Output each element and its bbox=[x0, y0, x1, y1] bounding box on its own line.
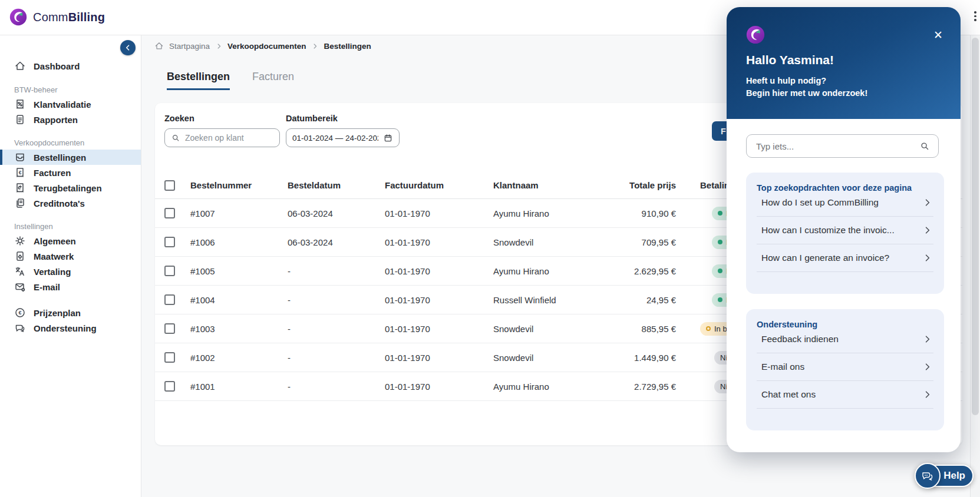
row-checkbox[interactable] bbox=[164, 294, 175, 305]
help-link-email-us[interactable]: E-mail ons bbox=[757, 353, 933, 381]
help-link-setup[interactable]: How do I set up CommBilling bbox=[757, 189, 933, 217]
invoice-date: 01-01-1970 bbox=[385, 382, 493, 392]
sidebar-item-maatwerk[interactable]: Maatwerk bbox=[0, 248, 141, 264]
paid-dot-icon bbox=[718, 297, 722, 302]
sidebar: Dashboard BTW-beheer Klantvalidatie Rapp… bbox=[0, 35, 141, 497]
kebab-menu-icon[interactable] bbox=[971, 11, 979, 25]
order-date: - bbox=[288, 382, 385, 392]
commbilling-logo-icon bbox=[9, 8, 27, 26]
search-filter-label: Zoeken bbox=[164, 114, 194, 123]
processing-ring-icon bbox=[706, 326, 711, 331]
order-date: 06-03-2024 bbox=[288, 237, 385, 247]
customer-search-field[interactable] bbox=[185, 133, 273, 143]
row-checkbox[interactable] bbox=[164, 352, 175, 363]
date-range-input[interactable]: 01-01-2024 — 24-02-202 bbox=[286, 128, 400, 147]
sidebar-item-rapporten[interactable]: Rapporten bbox=[0, 112, 141, 127]
chevron-right-icon bbox=[922, 333, 933, 345]
total-price: 2.629,95 € bbox=[605, 266, 676, 276]
customer-name: Snowdevil bbox=[493, 353, 605, 363]
column-header-besteldatum[interactable]: Besteldatum bbox=[288, 180, 385, 190]
chevron-right-icon bbox=[312, 42, 319, 49]
page-tabs: Bestellingen Facturen bbox=[167, 71, 294, 90]
order-number: #1004 bbox=[190, 295, 288, 305]
support-title: Ondersteuning bbox=[757, 309, 933, 326]
close-icon[interactable]: ✕ bbox=[933, 29, 943, 41]
sidebar-item-terugbetalingen[interactable]: Terugbetalingen bbox=[0, 180, 141, 196]
help-panel: Hallo Yasmina! Heeft u hulp nodig? Begin… bbox=[727, 7, 961, 452]
calendar-icon[interactable] bbox=[383, 133, 393, 143]
email-gear-icon bbox=[14, 281, 26, 293]
row-checkbox[interactable] bbox=[164, 323, 175, 334]
help-search-input[interactable] bbox=[746, 134, 939, 158]
column-header-bestelnummer[interactable]: Bestelnummer bbox=[190, 180, 288, 190]
total-price: 910,90 € bbox=[605, 208, 676, 218]
translate-icon bbox=[14, 266, 26, 277]
document-icon bbox=[14, 114, 26, 125]
order-number: #1003 bbox=[190, 324, 288, 334]
total-price: 24,95 € bbox=[605, 295, 676, 305]
chevron-right-icon bbox=[922, 197, 933, 208]
customer-name: Snowdevil bbox=[493, 324, 605, 334]
column-header-factuurdatum[interactable]: Factuurdatum bbox=[385, 180, 493, 190]
scrollbar-thumb[interactable] bbox=[972, 38, 979, 415]
help-link-generate-invoice[interactable]: How can I generate an invoice? bbox=[757, 244, 933, 272]
order-date: - bbox=[288, 295, 385, 305]
chevron-right-icon bbox=[922, 361, 933, 373]
sidebar-item-dashboard[interactable]: Dashboard bbox=[0, 58, 141, 74]
help-fab-button[interactable]: Help bbox=[915, 463, 974, 489]
chevron-left-icon bbox=[122, 42, 134, 54]
invoice-euro-icon: € bbox=[14, 167, 26, 178]
customer-name: Ayumu Hirano bbox=[493, 208, 605, 218]
sidebar-section-instellingen: Instellingen bbox=[0, 221, 141, 231]
column-header-klantnaam[interactable]: Klantnaam bbox=[493, 180, 605, 190]
breadcrumb-verkoopdocumenten[interactable]: Verkoopdocumenten bbox=[227, 42, 306, 51]
paid-dot-icon bbox=[718, 240, 722, 244]
sidebar-item-algemeen[interactable]: Algemeen bbox=[0, 233, 141, 248]
sidebar-item-prijzenplan[interactable]: € Prijzenplan bbox=[0, 305, 141, 320]
custom-document-gear-icon bbox=[14, 250, 26, 262]
sidebar-item-vertaling[interactable]: Vertaling bbox=[0, 264, 141, 279]
breadcrumb-bestellingen[interactable]: Bestellingen bbox=[324, 42, 371, 51]
help-link-feedback[interactable]: Feedback indienen bbox=[757, 326, 933, 353]
invoice-date: 01-01-1970 bbox=[385, 266, 493, 276]
top-searches-card: Top zoekopdrachten voor deze pagina How … bbox=[746, 173, 944, 294]
order-number: #1005 bbox=[190, 266, 288, 276]
sidebar-item-ondersteuning[interactable]: Ondersteuning bbox=[0, 320, 141, 336]
page-scrollbar[interactable] bbox=[970, 35, 980, 497]
help-link-customize-invoice[interactable]: How can I customize the invoic... bbox=[757, 217, 933, 244]
row-checkbox[interactable] bbox=[164, 266, 175, 276]
date-range-value: 01-01-2024 — 24-02-202 bbox=[292, 134, 378, 143]
row-checkbox[interactable] bbox=[164, 237, 175, 247]
help-link-chat-with-us[interactable]: Chat met ons bbox=[757, 381, 933, 409]
sidebar-divider bbox=[0, 294, 141, 305]
order-date: - bbox=[288, 266, 385, 276]
tab-facturen[interactable]: Facturen bbox=[252, 71, 294, 90]
sidebar-collapse-button[interactable] bbox=[120, 40, 136, 55]
customer-name: Russell Winfield bbox=[493, 295, 605, 305]
order-date: - bbox=[288, 353, 385, 363]
column-header-totale-prijs[interactable]: Totale prijs bbox=[605, 180, 676, 190]
sidebar-item-facturen[interactable]: € Facturen bbox=[0, 165, 141, 180]
help-panel-header: Hallo Yasmina! Heeft u hulp nodig? Begin… bbox=[727, 7, 961, 119]
chat-bubbles-icon[interactable] bbox=[915, 463, 941, 489]
breadcrumb-startpagina[interactable]: Startpagina bbox=[169, 42, 210, 51]
sidebar-item-bestellingen[interactable]: Bestellingen bbox=[0, 150, 141, 165]
select-all-checkbox[interactable] bbox=[164, 180, 175, 191]
credit-note-icon bbox=[14, 197, 26, 209]
tab-bestellingen[interactable]: Bestellingen bbox=[167, 71, 230, 90]
total-price: 2.729,95 € bbox=[605, 382, 676, 392]
sidebar-item-email[interactable]: E-mail bbox=[0, 279, 141, 294]
top-searches-title: Top zoekopdrachten voor deze pagina bbox=[757, 173, 933, 189]
app-screen: CommBilling Dashboard BTW-beheer Klantva… bbox=[0, 0, 980, 497]
customer-search-input[interactable] bbox=[164, 128, 280, 147]
sidebar-item-creditnotas[interactable]: Creditnota's bbox=[0, 196, 141, 211]
row-checkbox[interactable] bbox=[164, 381, 175, 392]
row-checkbox[interactable] bbox=[164, 208, 175, 218]
help-search-field[interactable] bbox=[756, 141, 919, 151]
search-icon bbox=[919, 141, 930, 151]
gear-icon bbox=[14, 235, 26, 247]
breadcrumb: Startpagina Verkoopdocumenten Bestelling… bbox=[154, 40, 371, 52]
total-price: 885,95 € bbox=[605, 324, 676, 334]
home-icon bbox=[14, 60, 26, 72]
sidebar-item-klantvalidatie[interactable]: Klantvalidatie bbox=[0, 97, 141, 112]
